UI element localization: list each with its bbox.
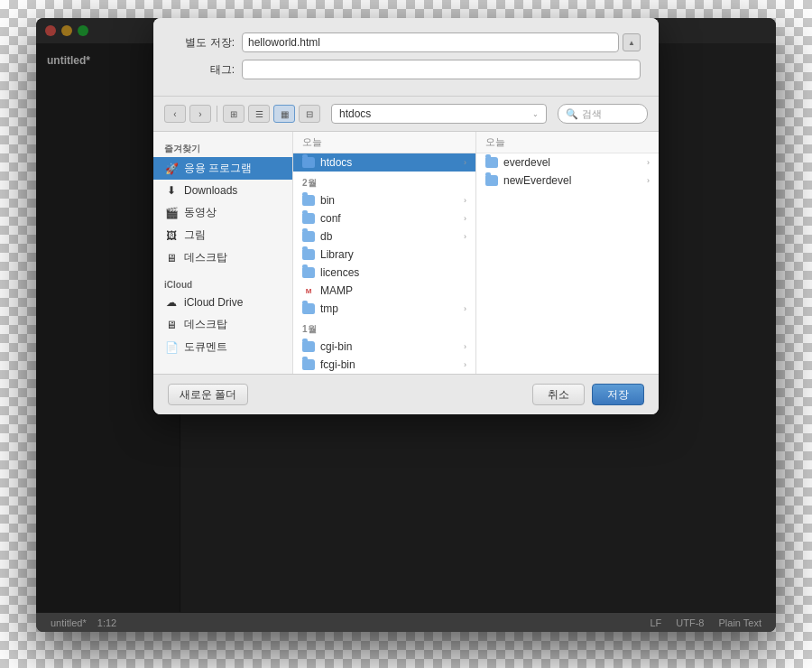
folder-icon [302,157,315,168]
sidebar-movies-label: 동영상 [184,205,217,220]
sidebar-item-apps[interactable]: 🚀 응용 프로그램 [153,157,292,180]
icloud-label: iCloud [153,276,292,292]
mamp-icon: M [302,284,315,297]
dialog-top: 별도 저장: ▲ 태그: [153,18,659,97]
arrow-icon: › [647,176,650,185]
folder-icon [302,303,315,314]
movie-icon: 🎬 [164,206,179,220]
arrow-icon: › [464,360,466,369]
path-dropdown[interactable]: htdocs ⌄ [331,104,547,124]
dialog-bottom: 새로운 폴더 취소 저장 [153,374,659,414]
path-text: htdocs [339,107,532,120]
sidebar-desktop-label: 데스크탑 [184,250,227,265]
sidebar-pictures-label: 그림 [184,227,206,243]
status-encoding: LF [650,617,661,628]
arrow-icon: › [464,214,466,223]
file-item-db[interactable]: db › [293,227,475,246]
download-icon: ⬇ [164,183,179,198]
arrow-icon: › [464,158,466,167]
folder-icon [302,341,315,352]
file-label: tmp [320,302,338,315]
file-label: bin [320,194,335,207]
path-dropdown-arrow: ⌄ [532,110,539,118]
back-button[interactable]: ‹ [164,105,186,123]
file-item-conf[interactable]: conf › [293,209,475,227]
new-folder-button[interactable]: 새로운 폴더 [168,384,248,405]
filename-input[interactable] [242,32,619,52]
arrow-icon: › [464,232,466,241]
arrow-icon: › [647,158,650,167]
search-icon: 🔍 [566,108,578,120]
section-jan: 1월 [293,318,475,338]
search-placeholder: 검색 [582,107,602,121]
file-item-bin[interactable]: bin › [293,191,475,209]
icon-view-button[interactable]: ⊞ [223,105,245,123]
file-item-licences[interactable]: licences [293,264,475,282]
expand-button[interactable]: ▲ [623,33,641,51]
file-label: everdevel [503,156,550,169]
file-label: Library [320,248,354,261]
sidebar-icloud-drive-label: iCloud Drive [184,296,243,309]
sidebar-item-pictures[interactable]: 🖼 그림 [153,224,292,246]
file-label: htdocs [320,156,352,169]
file-item-mamp[interactable]: M MAMP [293,282,475,300]
folder-icon [302,249,315,260]
search-box[interactable]: 🔍 검색 [558,104,648,124]
folder-icon [485,175,498,186]
forward-button[interactable]: › [189,105,211,123]
section-feb: 2월 [293,172,475,191]
sidebar-item-movies[interactable]: 🎬 동영상 [153,201,292,224]
arrow-icon: › [464,342,466,351]
filename-input-wrapper: ▲ [242,32,641,52]
editor-window: untitled untitled* 1 Hello World untitle… [36,18,776,632]
file-label: newEverdevel [503,174,571,187]
file-label: conf [320,212,341,225]
sidebar-item-icloud-desktop[interactable]: 🖥 데스크탑 [153,313,292,336]
arrow-icon: › [464,304,466,313]
file-label: fcgi-bin [320,358,355,371]
file-label: licences [320,266,359,279]
desktop-icon: 🖥 [164,251,179,265]
picture-icon: 🖼 [164,228,179,243]
file-label: cgi-bin [320,340,352,353]
file-item-htdocs[interactable]: htdocs › [293,153,475,172]
file-item-tmp[interactable]: tmp › [293,300,475,318]
status-bar: untitled* 1:12 LF UTF-8 Plain Text [36,612,776,632]
status-filename: untitled* [51,617,87,628]
file-label: MAMP [320,284,353,297]
favorites-label: 즐겨찾기 [153,139,292,157]
file-column-1: 오늘 htdocs › 2월 bin › co [293,132,476,374]
dialog-overlay: 별도 저장: ▲ 태그: ‹ › ⊞ ☰ ▦ ⊟ [36,18,776,612]
sidebar-icloud-docs-label: 도큐멘트 [184,339,227,355]
file-item-cgi-bin[interactable]: cgi-bin › [293,338,475,356]
file-item-everdevel[interactable]: everdevel › [476,153,659,172]
tag-input[interactable] [242,60,641,79]
gallery-view-button[interactable]: ⊟ [299,105,320,123]
folder-icon [302,359,315,370]
sidebar-item-downloads[interactable]: ⬇ Downloads [153,180,292,201]
filename-label: 별도 저장: [171,35,235,51]
sidebar-item-icloud-docs[interactable]: 📄 도큐멘트 [153,336,292,358]
sidebar-item-desktop[interactable]: 🖥 데스크탑 [153,246,292,269]
sidebar-apps-label: 응용 프로그램 [184,161,252,176]
list-view-button[interactable]: ☰ [248,105,270,123]
save-dialog: 별도 저장: ▲ 태그: ‹ › ⊞ ☰ ▦ ⊟ [153,18,659,414]
toolbar-separator [217,106,217,122]
sidebar-downloads-label: Downloads [184,184,237,197]
column-view-button[interactable]: ▦ [273,105,295,123]
cloud-icon: ☁ [164,295,179,310]
sidebar-panel: 즐겨찾기 🚀 응용 프로그램 ⬇ Downloads 🎬 동영상 [153,132,293,374]
file-item-library[interactable]: Library [293,246,475,264]
file-item-fcgi-bin[interactable]: fcgi-bin › [293,356,475,374]
file-item-neweverdevel[interactable]: newEverdevel › [476,172,659,190]
arrow-icon: › [464,196,466,205]
cancel-button[interactable]: 취소 [532,384,585,405]
column-2-header: 오늘 [476,132,659,153]
dialog-action-buttons: 취소 저장 [532,384,644,405]
document-icon: 📄 [164,340,179,355]
save-button[interactable]: 저장 [592,384,644,405]
sidebar-item-icloud-drive[interactable]: ☁ iCloud Drive [153,292,292,313]
dialog-toolbar: ‹ › ⊞ ☰ ▦ ⊟ htdocs ⌄ 🔍 검색 [153,97,659,132]
file-column-2: 오늘 everdevel › newEverdevel › [476,132,659,374]
file-browser: 즐겨찾기 🚀 응용 프로그램 ⬇ Downloads 🎬 동영상 [153,132,659,374]
